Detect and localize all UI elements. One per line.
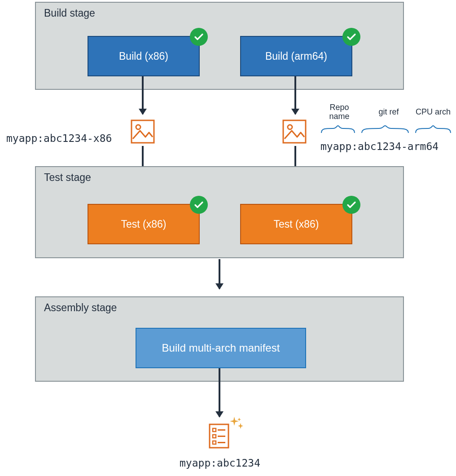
svg-rect-5: [213, 428, 216, 432]
svg-point-1: [136, 125, 140, 129]
build-x86-job: Build (x86): [88, 36, 200, 76]
x86-image-tag: myapp:abc1234-x86: [6, 132, 112, 144]
build-stage-title: Build stage: [44, 7, 95, 19]
test-arm64-job: Test (x86): [240, 204, 352, 244]
manifest-icon: [208, 423, 230, 449]
final-image-tag: myapp:abc1234: [180, 457, 260, 469]
build-stage: Build stage Build (x86) Build (arm64): [35, 2, 404, 90]
git-ref-label: git ref: [371, 108, 407, 117]
cpu-arch-label: CPU arch: [413, 108, 453, 117]
test-x86-label: Test (x86): [121, 218, 167, 230]
build-manifest-job: Build multi-arch manifest: [136, 328, 306, 368]
success-check-icon: [342, 28, 360, 46]
success-check-icon: [342, 196, 360, 214]
build-x86-label: Build (x86): [119, 50, 168, 62]
test-stage: Test stage Test (x86) Test (x86): [35, 166, 404, 258]
svg-rect-7: [213, 435, 216, 438]
container-image-icon: [282, 119, 307, 144]
arm64-image-tag: myapp:abc1234-arm64: [320, 141, 438, 152]
assembly-stage-title: Assembly stage: [44, 302, 117, 314]
tag-annotation-group: Repo name git ref CPU arch: [320, 103, 455, 135]
svg-rect-9: [213, 441, 216, 444]
sparkle-icon: [229, 416, 244, 431]
test-arm64-label: Test (x86): [274, 218, 319, 230]
svg-rect-2: [283, 120, 306, 143]
test-x86-job: Test (x86): [88, 204, 200, 244]
repo-name-label: Repo name: [323, 103, 355, 121]
build-arm64-job: Build (arm64): [240, 36, 352, 76]
container-image-icon: [130, 119, 155, 144]
build-arm64-label: Build (arm64): [265, 50, 327, 62]
success-check-icon: [190, 196, 208, 214]
success-check-icon: [190, 28, 208, 46]
test-stage-title: Test stage: [44, 172, 91, 184]
build-manifest-label: Build multi-arch manifest: [162, 342, 280, 354]
svg-rect-0: [132, 120, 154, 143]
svg-point-3: [288, 125, 292, 129]
